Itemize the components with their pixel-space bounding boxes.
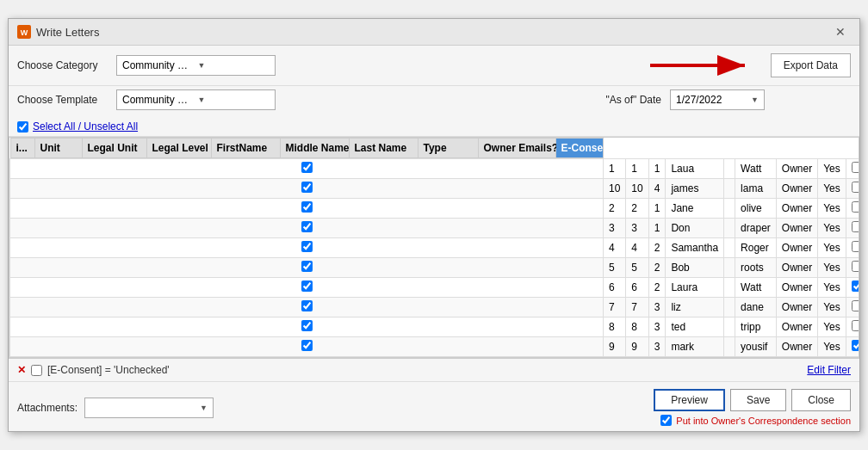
econsent-checkbox[interactable] <box>852 261 859 272</box>
category-dropdown[interactable]: Community Website Welc... ▼ <box>116 55 276 76</box>
cell-econsent[interactable] <box>846 278 859 298</box>
export-data-button[interactable]: Export Data <box>771 53 851 77</box>
row-checkbox-cell[interactable] <box>10 258 604 278</box>
row-checkbox-cell[interactable] <box>10 298 604 317</box>
cell-econsent[interactable] <box>846 179 859 199</box>
save-button[interactable]: Save <box>730 389 786 411</box>
row-checkbox[interactable] <box>301 261 313 272</box>
select-all-link[interactable]: Select All / Unselect All <box>33 120 138 133</box>
correspondence-checkbox[interactable] <box>660 415 672 426</box>
col-header-owneremails[interactable]: Owner Emails? <box>478 139 555 158</box>
red-arrow-icon <box>650 52 753 78</box>
cell-type: Owner <box>776 337 817 357</box>
attachments-label: Attachments: <box>17 402 78 414</box>
row-checkbox-cell[interactable] <box>10 278 604 298</box>
edit-filter-link[interactable]: Edit Filter <box>807 364 851 376</box>
arrow-container <box>284 52 762 78</box>
row-checkbox[interactable] <box>301 320 313 331</box>
correspondence-row: Put into Owner's Correspondence section <box>660 415 851 426</box>
row-checkbox-cell[interactable] <box>10 238 604 258</box>
row-checkbox-cell[interactable] <box>10 199 604 219</box>
table-body: 111LauaWattOwnerYes10104jameslamaOwnerYe… <box>10 159 860 357</box>
col-header-unit[interactable]: Unit <box>34 139 82 158</box>
row-checkbox[interactable] <box>301 300 313 311</box>
filter-remove-button[interactable]: ✕ <box>17 364 26 376</box>
econsent-checkbox[interactable] <box>852 201 859 213</box>
row-checkbox-cell[interactable] <box>10 159 604 179</box>
row-checkbox[interactable] <box>301 182 313 193</box>
cell-econsent[interactable] <box>846 219 859 238</box>
econsent-checkbox[interactable] <box>852 340 859 351</box>
row-checkbox[interactable] <box>301 201 313 213</box>
row-checkbox-cell[interactable] <box>10 317 604 337</box>
col-header-econsent[interactable]: E-Consent ▼ <box>555 139 603 158</box>
cell-firstname: ted <box>666 317 724 337</box>
cell-firstname: Bob <box>666 258 724 278</box>
col-header-legalunit[interactable]: Legal Unit <box>82 139 146 158</box>
filter-checkbox[interactable] <box>31 365 42 376</box>
cell-type: Owner <box>776 238 817 258</box>
row-checkbox-cell[interactable] <box>10 179 604 199</box>
cell-owneremails: Yes <box>818 179 846 199</box>
cell-firstname: james <box>666 179 724 199</box>
econsent-checkbox[interactable] <box>852 280 859 292</box>
cell-firstname: Jane <box>666 199 724 219</box>
template-dropdown[interactable]: Community Website Welc... ▼ <box>116 89 276 110</box>
close-button[interactable]: Close <box>791 389 851 411</box>
as-of-date-label: "As of" Date <box>605 94 661 106</box>
cell-middlename <box>724 258 735 278</box>
close-dialog-button[interactable]: ✕ <box>830 24 851 40</box>
cell-econsent[interactable] <box>846 258 859 278</box>
filter-row: ✕ [E-Consent] = 'Unchecked' Edit Filter <box>9 358 859 381</box>
cell-middlename <box>724 337 735 357</box>
as-of-date-input[interactable]: 1/27/2022 ▼ <box>670 89 765 110</box>
cell-econsent[interactable] <box>846 337 859 357</box>
econsent-checkbox[interactable] <box>852 182 859 193</box>
table-row: 883tedtrippOwnerYes <box>10 317 860 337</box>
attachments-dropdown[interactable]: ▼ <box>84 398 214 418</box>
cell-firstname: Laura <box>666 278 724 298</box>
choose-category-label: Choose Category <box>17 59 108 71</box>
cell-econsent[interactable] <box>846 199 859 219</box>
table-row: 331DondraperOwnerYes <box>10 219 860 238</box>
table-row: 662LauraWattOwnerYes <box>10 278 860 298</box>
cell-unit: 7 <box>604 298 626 317</box>
cell-econsent[interactable] <box>846 317 859 337</box>
col-header-middlename[interactable]: Middle Name <box>280 139 349 158</box>
col-header-type[interactable]: Type <box>418 139 478 158</box>
data-table: i... Unit Legal Unit Legal Level FirstNa… <box>9 138 859 357</box>
select-all-checkbox[interactable] <box>17 121 28 133</box>
econsent-checkbox[interactable] <box>852 162 859 173</box>
cell-middlename <box>724 238 735 258</box>
row-checkbox-cell[interactable] <box>10 219 604 238</box>
table-row: 10104jameslamaOwnerYes <box>10 179 860 199</box>
econsent-checkbox[interactable] <box>852 300 859 311</box>
cell-unit: 1 <box>604 159 626 179</box>
cell-unit: 5 <box>604 258 626 278</box>
dialog-title: Write Letters <box>36 26 99 39</box>
cell-econsent[interactable] <box>846 298 859 317</box>
cell-econsent[interactable] <box>846 159 859 179</box>
cell-type: Owner <box>776 219 817 238</box>
cell-middlename <box>724 159 735 179</box>
row-checkbox[interactable] <box>301 162 313 173</box>
col-header-firstname[interactable]: FirstName <box>211 139 280 158</box>
title-bar: W Write Letters ✕ <box>9 19 859 46</box>
econsent-checkbox[interactable] <box>852 320 859 331</box>
col-header-legallevel[interactable]: Legal Level <box>146 139 211 158</box>
preview-button[interactable]: Preview <box>654 389 725 411</box>
row-checkbox[interactable] <box>301 280 313 292</box>
cell-econsent[interactable] <box>846 238 859 258</box>
econsent-checkbox[interactable] <box>852 241 859 252</box>
cell-legallevel: 1 <box>648 159 666 179</box>
col-header-lastname[interactable]: Last Name <box>349 139 418 158</box>
row-checkbox[interactable] <box>301 221 313 232</box>
row-checkbox[interactable] <box>301 340 313 351</box>
category-row: Choose Category Community Website Welc..… <box>9 46 859 86</box>
row-checkbox-cell[interactable] <box>10 337 604 357</box>
filter-left: ✕ [E-Consent] = 'Unchecked' <box>17 364 170 376</box>
econsent-checkbox[interactable] <box>852 221 859 232</box>
row-checkbox[interactable] <box>301 241 313 252</box>
cell-legalunit: 5 <box>626 258 648 278</box>
title-bar-left: W Write Letters <box>17 25 99 39</box>
